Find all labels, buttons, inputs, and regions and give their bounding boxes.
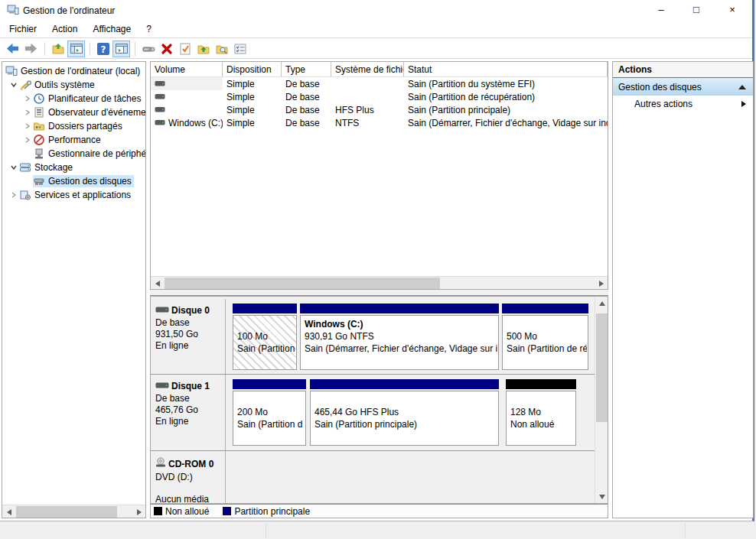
tree-item-dossiers-partages[interactable]: Dossiers partagés [2, 119, 145, 133]
partition-200mo[interactable]: 200 MoSain (Partition d [233, 379, 306, 446]
cell-statut: Sain (Démarrer, Fichier d'échange, Vidag… [404, 116, 608, 129]
volume-row[interactable]: Simple De base Sain (Partition du systèm… [151, 77, 608, 90]
tree-item-label: Gestionnaire de périphériques [46, 148, 145, 160]
menu-help[interactable]: ? [138, 21, 159, 37]
header-statut[interactable]: Statut [404, 62, 608, 76]
tree-item-computer-management[interactable]: Gestion de l'ordinateur (local) [2, 64, 145, 78]
disk-name: Disque 1 [171, 381, 210, 391]
tree-item-gestionnaire-peripheriques[interactable]: Gestionnaire de périphériques [2, 147, 145, 161]
scroll-thumb[interactable] [16, 506, 117, 518]
forward-icon[interactable] [22, 41, 40, 57]
chevron-collapsed-icon[interactable] [22, 136, 33, 144]
chevron-collapsed-icon[interactable] [22, 95, 33, 102]
scroll-thumb[interactable] [596, 313, 608, 422]
strip-divider [266, 524, 266, 537]
chevron-expanded-icon[interactable] [8, 164, 19, 171]
pane-splitter[interactable] [150, 290, 608, 296]
tree-item-observateur[interactable]: Observateur d'événements [2, 106, 145, 119]
tree-item-planificateur[interactable]: Planificateur de tâches [2, 92, 145, 106]
disk-graphical-view: Disque 0 De base 931,50 Go En ligne 100 … [150, 296, 608, 504]
app-window: Gestion de l'ordinateur – □ × Fichier Ac… [0, 0, 754, 521]
partition-hfs-plus[interactable]: 465,44 Go HFS PlusSain (Partition princi… [310, 379, 499, 446]
close-button[interactable]: × [715, 0, 750, 21]
chevron-collapsed-icon[interactable] [22, 109, 33, 116]
actions-group-gestion-des-disques[interactable]: Gestion des disques [613, 78, 753, 96]
disk-label-disque1[interactable]: Disque 1 De base 465,76 Go En ligne [151, 375, 226, 450]
disk-size: 931,50 Go [155, 329, 225, 340]
disk-label-disque0[interactable]: Disque 0 De base 931,50 Go En ligne [151, 299, 226, 374]
center-pane: Volume Disposition Type Système de fichi… [150, 61, 608, 518]
actions-item-label: Autres actions [634, 99, 741, 109]
disk-management-icon [33, 175, 46, 187]
export-list-icon[interactable] [49, 41, 67, 57]
chevron-collapsed-icon[interactable] [22, 122, 33, 130]
tree-item-label: Planificateur de tâches [46, 93, 143, 105]
properties-check-icon[interactable] [176, 41, 194, 57]
title-bar: Gestion de l'ordinateur – □ × [0, 0, 752, 21]
event-viewer-icon [33, 106, 46, 119]
scroll-up-icon[interactable] [595, 297, 608, 310]
tree-item-stockage[interactable]: Stockage [2, 161, 145, 174]
scroll-left-icon[interactable] [2, 505, 15, 518]
volume-list-horizontal-scrollbar[interactable] [151, 276, 608, 289]
actions-header: Actions [613, 62, 753, 78]
delete-icon[interactable] [158, 41, 175, 57]
partition-status: Sain (Partition principale) [314, 418, 497, 430]
device-icon[interactable] [139, 41, 157, 57]
maximize-button[interactable]: □ [679, 0, 714, 21]
partition-size: 465,44 Go HFS Plus [314, 406, 497, 418]
volume-row[interactable]: Simple De base HFS Plus Sain (Partition … [151, 103, 608, 116]
scroll-left-icon[interactable] [151, 277, 164, 290]
partition-recovery[interactable]: 500 MoSain (Partition de ré [502, 304, 588, 370]
scroll-down-icon[interactable] [595, 490, 608, 503]
partition-efi[interactable]: 100 MoSain (Partition [233, 304, 297, 370]
folder-search-icon[interactable] [213, 41, 230, 57]
minimize-button[interactable]: – [644, 0, 679, 21]
collapse-icon[interactable] [738, 85, 746, 89]
partition-size: 128 Mo [510, 406, 575, 418]
partition-size: 930,91 Go NTFS [305, 330, 497, 343]
scroll-right-icon[interactable] [132, 505, 145, 518]
back-icon[interactable] [4, 41, 21, 57]
partition-status: Sain (Démarrer, Fichier d'échange, Vidag… [305, 343, 497, 355]
tree-horizontal-scrollbar[interactable] [2, 505, 145, 518]
scroll-thumb[interactable] [165, 278, 440, 289]
header-volume[interactable]: Volume [151, 62, 223, 76]
tree-item-outils-systeme[interactable]: Outils système [2, 78, 145, 92]
volume-row[interactable]: Simple De base Sain (Partition de récupé… [151, 90, 608, 103]
tree-item-label: Stockage [32, 161, 75, 174]
actions-group-label: Gestion des disques [618, 82, 738, 93]
task-scheduler-icon [33, 93, 46, 105]
partition-windows-c[interactable]: Windows (C:)930,91 Go NTFSSain (Démarrer… [300, 304, 499, 370]
header-systeme-fichiers[interactable]: Système de fichiers [331, 62, 404, 76]
partition-box: 200 MoSain (Partition d [233, 391, 306, 446]
fields-list-icon[interactable] [231, 41, 249, 57]
volume-row[interactable]: Windows (C:) Simple De base NTFS Sain (D… [151, 116, 608, 129]
app-icon [7, 4, 19, 18]
menu-affichage[interactable]: Affichage [85, 21, 138, 37]
header-type[interactable]: Type [282, 62, 331, 76]
tree-item-performance[interactable]: Performance [2, 133, 145, 147]
cell-disposition: Simple [223, 103, 282, 116]
partition-bar [233, 304, 297, 313]
tree-item-services-applications[interactable]: Services et applications [2, 188, 145, 202]
disk-row-disque0: Disque 0 De base 931,50 Go En ligne 100 … [151, 299, 595, 374]
show-console-tree-icon[interactable] [67, 41, 85, 57]
actions-item-autres-actions[interactable]: Autres actions [613, 96, 753, 112]
help-icon[interactable]: ? [94, 41, 112, 57]
disk-view-vertical-scrollbar[interactable] [595, 297, 608, 503]
menu-action[interactable]: Action [44, 21, 85, 37]
header-disposition[interactable]: Disposition [223, 62, 282, 76]
show-action-pane-icon[interactable] [112, 41, 130, 57]
chevron-expanded-icon[interactable] [8, 81, 19, 89]
cdrom-label[interactable]: CD-ROM 0 DVD (D:) Aucun média [151, 451, 226, 504]
partition-unallocated[interactable]: 128 MoNon alloué [506, 379, 576, 446]
chevron-collapsed-icon[interactable] [8, 191, 19, 199]
tree-item-gestion-des-disques[interactable]: Gestion des disques [2, 174, 145, 188]
partition-box: 128 MoNon alloué [506, 391, 576, 446]
tree-item-label: Performance [46, 134, 103, 146]
partition-bar [502, 304, 588, 313]
menu-fichier[interactable]: Fichier [2, 21, 44, 37]
scroll-right-icon[interactable] [595, 277, 608, 290]
folder-up-icon[interactable] [194, 41, 212, 57]
